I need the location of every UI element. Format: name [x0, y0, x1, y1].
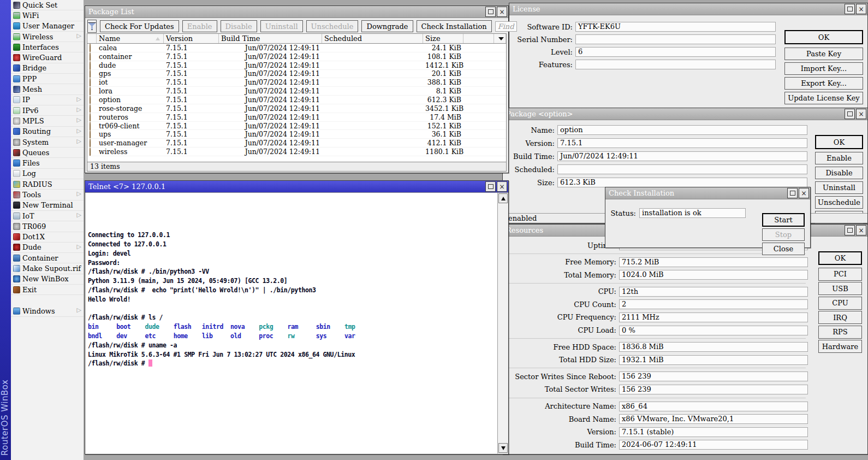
check-installation-titlebar[interactable]: Check Installation ×	[605, 187, 810, 199]
sidebar-item-exit[interactable]: Exit	[11, 285, 84, 295]
maximize-button[interactable]	[845, 109, 855, 119]
column-header-scheduled[interactable]: Scheduled	[322, 34, 423, 43]
sidebar-item-make-supout-rif[interactable]: Make Supout.rif	[11, 263, 84, 274]
check-installation-button[interactable]: Check Installation	[417, 20, 492, 32]
ok-button[interactable]: OK	[815, 135, 863, 149]
sidebar-item-quick-set[interactable]: Quick Set	[11, 0, 84, 10]
sidebar-item-queues[interactable]: Queues	[11, 148, 84, 158]
telnet-titlebar[interactable]: Telnet <7> 127.0.0.1 ×	[85, 181, 508, 193]
cpu-button[interactable]: CPU	[818, 297, 862, 310]
sidebar-item-wireless[interactable]: Wireless▷	[11, 32, 84, 42]
field-value[interactable]: YFTK-EK6U	[575, 22, 776, 32]
sidebar-item-user-manager[interactable]: User Manager	[11, 21, 84, 32]
maximize-button[interactable]	[485, 7, 496, 17]
sidebar-item-mpls[interactable]: MPLS▷	[11, 116, 84, 126]
maximize-button[interactable]	[845, 4, 855, 14]
hardware-button[interactable]: Hardware	[818, 340, 862, 353]
field-value[interactable]: 7.15.1	[557, 138, 807, 148]
close-icon[interactable]: ×	[497, 181, 507, 192]
scroll-up-icon[interactable]	[498, 193, 508, 203]
close-icon[interactable]: ×	[856, 225, 866, 235]
table-row-option[interactable]: option7.15.1Jun/07/2024 12:49:11612.3 Ki…	[87, 96, 506, 104]
column-header-size[interactable]: Size	[423, 34, 463, 43]
maximize-button[interactable]	[845, 225, 855, 235]
table-row-routeros[interactable]: routeros7.15.1Jun/07/2024 12:49:1117.4 M…	[87, 113, 506, 122]
sidebar-item-wifi[interactable]: WiFi	[11, 10, 84, 21]
sidebar-item-routing[interactable]: Routing▷	[11, 127, 84, 137]
ok-button[interactable]: OK	[818, 251, 862, 265]
sidebar-item-ipv6[interactable]: IPv6▷	[11, 105, 84, 116]
sidebar-item-tools[interactable]: Tools▷	[11, 190, 84, 200]
license-titlebar[interactable]: License ×	[509, 3, 867, 15]
enable-button[interactable]: Enable	[815, 152, 863, 164]
field-value[interactable]: Jun/07/2024 12:49:11	[557, 151, 807, 161]
sidebar-item-mesh[interactable]: Mesh	[11, 84, 84, 95]
package-list-titlebar[interactable]: Package List ×	[85, 6, 508, 18]
table-row-tr069-client[interactable]: tr069-client7.15.1Jun/07/2024 12:49:1115…	[87, 122, 506, 131]
table-row-rose-storage[interactable]: rose-storage7.15.1Jun/07/2024 12:49:1134…	[87, 104, 506, 113]
update-license-key-button[interactable]: Update License Key	[784, 92, 863, 104]
uninstall-button[interactable]: Uninstall	[815, 181, 863, 194]
filter-button[interactable]	[87, 20, 97, 33]
sidebar-item-files[interactable]: Files	[11, 158, 84, 168]
sidebar-item-iot[interactable]: IoT▷	[11, 211, 84, 221]
sidebar-item-windows[interactable]: Windows▷	[11, 306, 84, 316]
import-key--button[interactable]: Import Key...	[784, 62, 863, 75]
maximize-button[interactable]	[787, 188, 798, 198]
rps-button[interactable]: RPS	[818, 326, 862, 339]
package-option-titlebar[interactable]: Package <option> ×	[503, 108, 867, 120]
sidebar-item-log[interactable]: Log	[11, 169, 84, 179]
pci-button[interactable]: PCI	[818, 268, 862, 281]
paste-key-button[interactable]: Paste Key	[784, 48, 863, 60]
ok-button[interactable]: OK	[784, 30, 863, 44]
table-row-gps[interactable]: gps7.15.1Jun/07/2024 12:49:1120.1 KiB	[87, 70, 506, 79]
table-row-ups[interactable]: ups7.15.1Jun/07/2024 12:49:1136.1 KiB	[87, 130, 506, 139]
terminal-output[interactable]: Connecting to 127.0.0.1Connected to 127.…	[88, 194, 497, 452]
unschedule-button[interactable]: Unschedule	[815, 196, 863, 209]
field-value[interactable]: option	[557, 125, 807, 135]
find-input[interactable]: Find	[495, 21, 517, 32]
sidebar-item-new-winbox[interactable]: New WinBox	[11, 274, 84, 285]
column-header-version[interactable]: Version	[164, 34, 219, 43]
sidebar-item-dot1x[interactable]: Dot1X	[11, 232, 84, 243]
table-row-dude[interactable]: dude7.15.1Jun/07/2024 12:49:111412.1 KiB	[87, 61, 506, 70]
sidebar-item-ppp[interactable]: PPP	[11, 74, 84, 84]
table-row-wireless[interactable]: wireless7.15.1Jun/07/2024 12:49:111180.1…	[87, 148, 506, 156]
irq-button[interactable]: IRQ	[818, 311, 862, 324]
field-value[interactable]	[575, 60, 776, 69]
check-for-updates-button[interactable]: Check For Updates	[100, 20, 179, 32]
column-menu-button[interactable]	[496, 34, 506, 43]
close-icon[interactable]: ×	[799, 188, 809, 198]
table-row-lora[interactable]: lora7.15.1Jun/07/2024 12:49:118.1 KiB	[87, 87, 506, 96]
start-button[interactable]: Start	[762, 213, 805, 227]
table-row-container[interactable]: container7.15.1Jun/07/2024 12:49:11108.1…	[87, 52, 506, 61]
column-header-name[interactable]: Name	[97, 34, 164, 43]
table-row-iot[interactable]: iot7.15.1Jun/07/2024 12:49:11388.1 KiB	[87, 78, 506, 87]
field-value[interactable]	[575, 34, 776, 44]
close-icon[interactable]: ×	[497, 7, 507, 17]
field-value[interactable]	[557, 164, 807, 174]
column-header-build-time[interactable]: Build Time	[219, 34, 322, 43]
disable-button[interactable]: Disable	[815, 167, 863, 179]
field-value[interactable]: 6	[575, 47, 776, 57]
sidebar-item-radius[interactable]: RADIUS	[11, 179, 84, 190]
scroll-down-icon[interactable]	[498, 443, 508, 453]
sidebar-item-bridge[interactable]: Bridge	[11, 63, 84, 74]
field-value[interactable]: 612.3 KiB	[557, 178, 807, 187]
sidebar-item-container[interactable]: Container	[11, 253, 84, 263]
close-button[interactable]: Close	[762, 243, 805, 255]
terminal-scrollbar[interactable]	[497, 193, 508, 453]
sidebar-item-tr069[interactable]: TR069	[11, 221, 84, 232]
sidebar-item-interfaces[interactable]: Interfaces	[11, 42, 84, 52]
usb-button[interactable]: USB	[818, 282, 862, 295]
downgrade-button[interactable]: Downgrade	[361, 20, 413, 32]
table-row-user-manager[interactable]: user-manager7.15.1Jun/07/2024 12:49:1141…	[87, 139, 506, 148]
table-row-calea[interactable]: calea7.15.1Jun/07/2024 12:49:1124.1 KiB	[87, 44, 506, 52]
sidebar-item-new-terminal[interactable]: New Terminal	[11, 200, 84, 211]
sidebar-item-dude[interactable]: Dude▷	[11, 243, 84, 253]
sidebar-item-wireguard[interactable]: WireGuard	[11, 52, 84, 63]
export-key--button[interactable]: Export Key...	[784, 77, 863, 90]
close-icon[interactable]: ×	[856, 109, 866, 119]
sidebar-item-ip[interactable]: IP▷	[11, 95, 84, 105]
sidebar-item-system[interactable]: System▷	[11, 137, 84, 148]
